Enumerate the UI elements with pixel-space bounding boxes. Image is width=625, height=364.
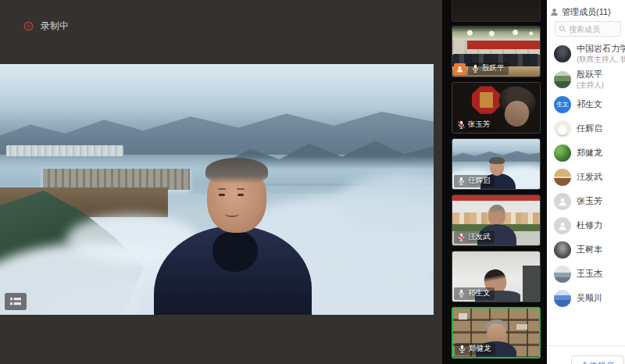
recording-indicator: 录制中 (23, 20, 69, 33)
thumbnail-name: 汪发武 (468, 232, 491, 242)
member-row-society[interactable]: 中国岩石力学与工程 (联席主持人, 我) (547, 41, 625, 66)
scene-person-hair (489, 157, 505, 164)
member-avatar (554, 120, 571, 137)
scene-furniture (523, 266, 540, 302)
scene-red-banner (467, 41, 540, 49)
member-search[interactable] (555, 21, 621, 37)
speaker-hair (205, 158, 268, 184)
member-avatar-default (554, 217, 571, 234)
scene-person-face (488, 205, 505, 227)
member-name: 中国岩石力学与工程 (577, 43, 625, 55)
member-row-wang-yujie[interactable]: 王玉杰 (547, 262, 625, 286)
member-name: 王树丰 (577, 244, 602, 255)
mic-on-icon (457, 177, 466, 185)
member-row-wu-shunchuan[interactable]: 吴顺川 (547, 286, 625, 310)
thumbnail-yin-yueping[interactable]: 殷跃平 (452, 26, 541, 77)
member-name: 张玉芳 (577, 195, 602, 207)
scene-octagon-gold (480, 92, 493, 108)
thumbnail-name: 任辉启 (468, 176, 491, 186)
scene-shelf-object (516, 324, 527, 330)
panel-footer-divider (547, 345, 625, 346)
speaker-smile (225, 211, 239, 217)
scene-shelf-object (459, 313, 467, 319)
member-name: 杜修力 (577, 219, 602, 231)
member-name: 吴顺川 (577, 292, 602, 304)
member-row-ren-huiqi[interactable]: 任辉启 (547, 116, 625, 141)
member-row-zhang-yufang[interactable]: 张玉芳 (547, 189, 625, 213)
layout-switch-button[interactable] (5, 293, 27, 310)
speaker-eye (238, 194, 244, 196)
member-row-qi-shengwen[interactable]: 生文 祁生文 (547, 92, 625, 116)
member-row-zheng-jianlong[interactable]: 郑健龙 (547, 141, 625, 165)
members-panel-header: 管理成员(11) (547, 0, 625, 18)
member-name: 王玉杰 (577, 268, 602, 280)
member-name: 郑健龙 (577, 147, 602, 159)
background-city (6, 145, 123, 156)
thumbnail-name: 殷跃平 (482, 63, 505, 73)
mic-on-icon (457, 289, 466, 298)
speaker-collar (212, 231, 258, 272)
member-row-wang-fawu[interactable]: 汪发武 (547, 165, 625, 189)
member-row-du-xiuli[interactable]: 杜修力 (547, 213, 625, 237)
thumbnail-name: 张玉芳 (468, 120, 491, 130)
thumbnail-qi-shengwen[interactable]: 祁生文 (452, 251, 541, 302)
member-name: 殷跃平 (577, 69, 604, 80)
member-avatar (554, 241, 571, 259)
member-avatar (554, 45, 571, 62)
mute-all-button[interactable]: 全体静音 (571, 355, 624, 364)
mic-muted-icon (457, 120, 466, 129)
members-icon (550, 8, 559, 16)
member-name: 汪发武 (577, 171, 602, 183)
recording-label: 录制中 (41, 20, 69, 33)
person-icon (558, 221, 567, 230)
member-name: 任辉启 (577, 123, 602, 134)
thumbnail-zheng-jianlong-active-speaker[interactable]: 郑健龙 (452, 307, 541, 359)
search-icon (559, 25, 566, 33)
layout-list-icon (10, 297, 21, 306)
member-avatar (554, 169, 571, 186)
host-badge-icon (454, 63, 466, 75)
members-panel-title: 管理成员(11) (562, 6, 611, 18)
speaker-eye (219, 194, 225, 196)
record-icon (23, 21, 34, 31)
thumbnail-ren-huiqi[interactable]: 任辉启 (452, 138, 541, 190)
member-avatar: 生文 (554, 96, 571, 113)
member-avatar (554, 266, 571, 283)
member-list: 中国岩石力学与工程 (联席主持人, 我) 殷跃平 (主持人) 生文 祁生文 任 (547, 41, 625, 310)
speaker-brow (218, 188, 226, 190)
video-stage: 录制中 (0, 0, 442, 364)
thumbnail-zhang-yufang[interactable]: 张玉芳 (452, 82, 541, 134)
member-avatar (554, 290, 571, 307)
thumbnail-name: 祁生文 (468, 288, 491, 298)
member-row-wang-shufeng[interactable]: 王树丰 (547, 237, 625, 262)
member-search-input[interactable] (569, 25, 616, 34)
mic-on-icon (458, 344, 466, 353)
member-role: (主持人) (577, 80, 604, 91)
scene-lights (452, 29, 540, 37)
mic-muted-icon (457, 233, 466, 241)
main-speaker-video[interactable] (0, 64, 434, 315)
background-dam (43, 169, 190, 190)
person-icon (558, 197, 567, 206)
thumbnail-wang-fawu[interactable]: 汪发武 (452, 194, 541, 246)
speaker-brow (237, 188, 245, 190)
member-avatar (554, 71, 571, 88)
member-row-yin-yueping[interactable]: 殷跃平 (主持人) (547, 66, 625, 92)
mic-on-icon (471, 64, 480, 73)
thumbnail-strip: 殷跃平 张玉芳 (442, 0, 547, 364)
member-role: (联席主持人, 我) (577, 55, 625, 65)
thumbnail-partial[interactable] (452, 0, 541, 22)
avatar-initials: 生文 (557, 101, 569, 109)
members-panel: 管理成员(11) 中国岩石力学与工程 (联席主持人, 我) 殷跃平 (547, 0, 625, 364)
member-name: 祁生文 (577, 98, 602, 110)
thumbnail-name: 郑健龙 (469, 344, 491, 354)
meeting-window: 录制中 (0, 0, 625, 364)
member-avatar-default (554, 193, 571, 210)
member-avatar (554, 145, 571, 162)
